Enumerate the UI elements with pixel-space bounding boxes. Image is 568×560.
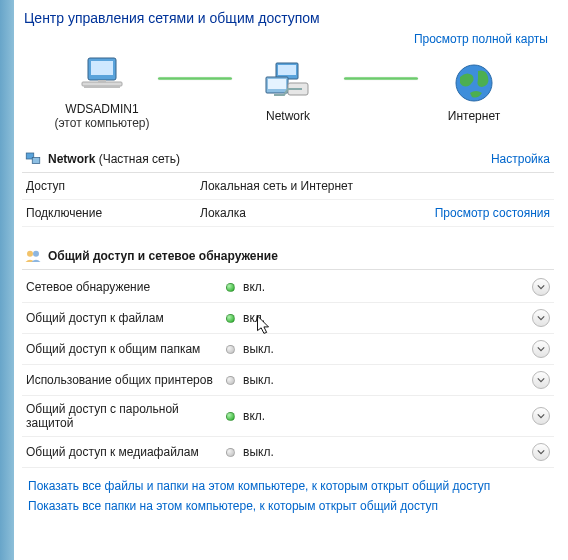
sharing-status: выкл. (226, 373, 274, 387)
expand-button[interactable] (532, 309, 550, 327)
expand-button[interactable] (532, 278, 550, 296)
svg-rect-1 (91, 61, 113, 75)
sharing-section-header: Общий доступ и сетевое обнаружение (22, 243, 554, 270)
sharing-status: выкл. (226, 342, 274, 356)
map-node-network: Network (238, 59, 338, 123)
network-icon (24, 150, 42, 168)
sharing-state-text: выкл. (243, 373, 274, 387)
chevron-down-icon (537, 448, 545, 456)
view-status-link[interactable]: Просмотр состояния (431, 200, 554, 227)
svg-rect-13 (32, 158, 40, 164)
svg-rect-3 (84, 86, 120, 88)
chevron-down-icon (537, 412, 545, 420)
status-dot-on-icon (226, 283, 235, 292)
expand-button[interactable] (532, 407, 550, 425)
sharing-label: Общий доступ с парольной защитой (26, 402, 226, 430)
sharing-row: Использование общих принтероввыкл. (22, 365, 554, 396)
sharing-label: Использование общих принтеров (26, 373, 226, 387)
map-node-this-computer: WDSADMIN1 (этот компьютер) (52, 52, 152, 130)
show-all-shared-files-link[interactable]: Показать все файлы и папки на этом компь… (28, 479, 490, 493)
sharing-row: Общий доступ к общим папкамвыкл. (22, 334, 554, 365)
globe-icon (450, 59, 498, 107)
sharing-row: Общий доступ с парольной защитойвкл. (22, 396, 554, 437)
chevron-down-icon (537, 376, 545, 384)
page-title: Центр управления сетями и общим доступом (22, 0, 554, 30)
info-label: Доступ (22, 173, 196, 200)
customize-link[interactable]: Настройка (491, 152, 554, 166)
sharing-state-text: вкл. (243, 409, 265, 423)
sharing-status: вкл. (226, 280, 265, 294)
network-info-grid: Доступ Локальная сеть и Интернет Подключ… (22, 173, 554, 227)
sharing-label: Общий доступ к медиафайлам (26, 445, 226, 459)
sharing-label: Сетевое обнаружение (26, 280, 226, 294)
sharing-state-text: вкл. (243, 311, 265, 325)
status-dot-off-icon (226, 448, 235, 457)
computer-icon (78, 52, 126, 100)
sharing-status: вкл. (226, 409, 265, 423)
status-dot-on-icon (226, 412, 235, 421)
sharing-state-text: вкл. (243, 280, 265, 294)
svg-point-15 (33, 251, 39, 257)
left-border (0, 0, 14, 560)
footer-links: Показать все файлы и папки на этом компь… (22, 468, 554, 519)
map-node-sublabel: (этот компьютер) (55, 116, 150, 130)
network-map: WDSADMIN1 (этот компьютер) Network (22, 50, 554, 144)
sharing-label: Общий доступ к общим папкам (26, 342, 226, 356)
view-full-map-link[interactable]: Просмотр полной карты (414, 32, 548, 46)
expand-button[interactable] (532, 443, 550, 461)
map-connection-line (344, 77, 418, 80)
svg-rect-8 (268, 79, 286, 89)
map-node-label: WDSADMIN1 (65, 102, 138, 116)
map-connection-line (158, 77, 232, 80)
info-value: Локалка (196, 200, 431, 227)
sharing-row: Общий доступ к медиафайламвыкл. (22, 437, 554, 468)
sharing-label: Общий доступ к файлам (26, 311, 226, 325)
sharing-list: Сетевое обнаружениевкл.Общий доступ к фа… (22, 272, 554, 468)
chevron-down-icon (537, 283, 545, 291)
sharing-icon (24, 247, 42, 265)
sharing-state-text: выкл. (243, 445, 274, 459)
svg-rect-6 (278, 65, 296, 75)
sharing-section-title: Общий доступ и сетевое обнаружение (48, 249, 278, 263)
sharing-row: Сетевое обнаружениевкл. (22, 272, 554, 303)
info-link (431, 173, 554, 200)
network-hub-icon (264, 59, 312, 107)
sharing-status: выкл. (226, 445, 274, 459)
sharing-state-text: выкл. (243, 342, 274, 356)
map-node-internet: Интернет (424, 59, 524, 123)
expand-button[interactable] (532, 371, 550, 389)
info-value: Локальная сеть и Интернет (196, 173, 431, 200)
sharing-row: Общий доступ к файламвкл. (22, 303, 554, 334)
status-dot-off-icon (226, 376, 235, 385)
expand-button[interactable] (532, 340, 550, 358)
svg-point-14 (27, 251, 33, 257)
svg-rect-4 (98, 80, 106, 83)
status-dot-off-icon (226, 345, 235, 354)
chevron-down-icon (537, 345, 545, 353)
map-node-label: Network (266, 109, 310, 123)
info-label: Подключение (22, 200, 196, 227)
show-all-shared-folders-link[interactable]: Показать все папки на этом компьютере, к… (28, 499, 438, 513)
network-section-header: Network (Частная сеть) Настройка (22, 146, 554, 173)
network-section-title: Network (Частная сеть) (48, 152, 180, 166)
status-dot-on-icon (226, 314, 235, 323)
sharing-status: вкл. (226, 311, 265, 325)
map-node-label: Интернет (448, 109, 500, 123)
chevron-down-icon (537, 314, 545, 322)
